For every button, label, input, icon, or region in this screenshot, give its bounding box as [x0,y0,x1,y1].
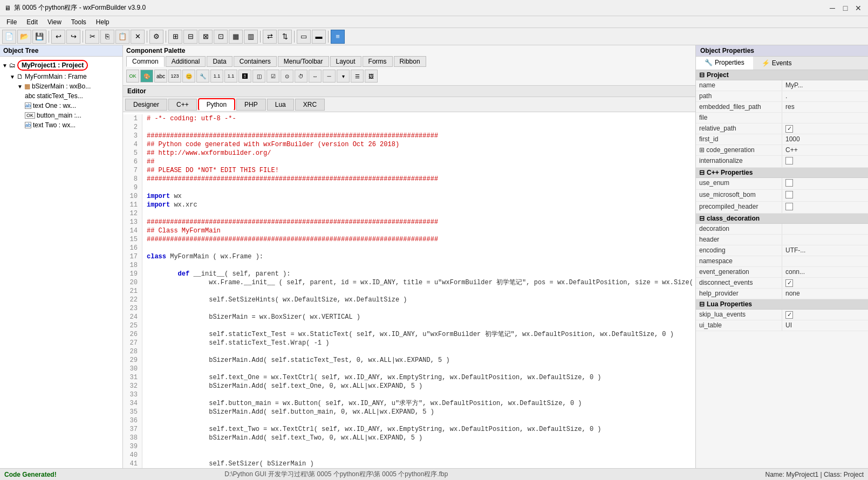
line-number: 5 [123,149,142,157]
prop-row-disconnevt[interactable]: disconnect_events [696,278,868,289]
palette-tab-layout[interactable]: Layout [330,56,361,67]
palette-icon-sep[interactable]: ─ [323,70,336,83]
code-line-10: 10import wx [123,192,695,201]
palette-icon-btn3[interactable]: 🅱 [238,70,251,83]
toolbar-save[interactable]: 💾 [32,30,46,44]
prop-row-embedded[interactable]: embedded_files_path res [696,102,868,113]
prop-row-decoration[interactable]: decoration [696,224,868,235]
tree-item-textone[interactable]: ab text One : wx... [25,101,120,111]
palette-tab-ribbon[interactable]: Ribbon [394,56,426,67]
props-tab-properties[interactable]: 🔧 Properties [696,57,753,70]
palette-tab-common[interactable]: Common [126,56,165,67]
palette-icon-dropdown[interactable]: ▾ [337,70,350,83]
toolbar-move1[interactable]: ⇄ [263,30,277,44]
palette-icon-timer[interactable]: ⏱ [295,70,307,83]
prop-row-relpath[interactable]: relative_path [696,124,868,134]
maximize-button[interactable]: □ [840,3,851,13]
palette-icon-list[interactable]: ☰ [351,70,364,83]
palette-icon-ok[interactable]: OK [126,70,139,83]
menu-help[interactable]: Help [92,17,114,27]
tree-item-statictext[interactable]: abc staticText_Tes... [25,91,120,101]
palette-tab-additional[interactable]: Additional [166,56,206,67]
toolbar-paste[interactable]: 📋 [115,30,129,44]
prop-row-skiplua[interactable]: skip_lua_events [696,310,868,320]
palette-icon-radio[interactable]: ⊙ [281,70,293,83]
prop-row-codegen[interactable]: ⊞ code_generation C++ [696,145,868,156]
palette-icon-btn1[interactable]: 😊 [182,70,195,83]
prop-row-intl[interactable]: internationalize [696,156,868,168]
palette-icon-num3[interactable]: 1.1 [224,70,237,83]
line-number: 16 [123,244,142,252]
prop-row-namespace[interactable]: namespace [696,256,868,267]
menu-edit[interactable]: Edit [22,17,42,27]
menu-file[interactable]: File [2,17,21,27]
tab-php[interactable]: PHP [236,99,266,111]
palette-icon-num[interactable]: 123 [168,70,181,83]
toolbar-expand2[interactable]: ▬ [312,30,326,44]
line-number: 10 [123,192,142,201]
minimize-button[interactable]: ─ [827,3,838,13]
prop-row-encoding[interactable]: encoding UTF-... [696,245,868,256]
prop-row-header[interactable]: header [696,235,868,245]
palette-tab-containers[interactable]: Containers [234,56,277,67]
code-line-20: 20 wx.Frame.__init__ ( self, parent, id … [123,278,695,287]
palette-icon-btn4[interactable]: ◫ [252,70,265,83]
tab-xrc[interactable]: XRC [295,99,325,111]
toolbar-align4[interactable]: ⊡ [214,30,228,44]
palette-tab-menu[interactable]: Menu/Toolbar [278,56,329,67]
toolbar-align3[interactable]: ⊠ [199,30,213,44]
tab-designer[interactable]: Designer [125,99,167,111]
toolbar-align5[interactable]: ▦ [229,30,243,44]
tab-lua[interactable]: Lua [267,99,294,111]
palette-icon-color[interactable]: 🎨 [140,70,153,83]
palette-icon-btn2[interactable]: 🔧 [196,70,209,83]
prop-row-pch[interactable]: precompiled_header [696,202,868,214]
tree-item-frame[interactable]: ▼ 🗋 MyFormMain : Frame [10,72,120,81]
prop-row-evtgen[interactable]: event_generation conn... [696,267,868,278]
prop-row-helpprov[interactable]: help_provider none [696,289,868,299]
toolbar-align6[interactable]: ▥ [244,30,258,44]
palette-tab-data[interactable]: Data [207,56,232,67]
menu-view[interactable]: View [43,17,66,27]
tree-item-project[interactable]: ▼ 🗂 MyProject1 : Project [2,59,120,72]
prop-row-msbom[interactable]: use_microsoft_bom [696,190,868,202]
toolbar-undo[interactable]: ↩ [51,30,65,44]
palette-tab-forms[interactable]: Forms [363,56,393,67]
toolbar-expand1[interactable]: ▭ [297,30,311,44]
toolbar-redo[interactable]: ↪ [66,30,80,44]
toolbar-open[interactable]: 📂 [17,30,31,44]
palette-icon-img[interactable]: 🖼 [365,70,378,83]
line-number: 14 [123,227,142,235]
toolbar-new[interactable]: 📄 [2,30,16,44]
palette-icon-num2[interactable]: 1.1 [210,70,223,83]
tree-item-texttwo[interactable]: ab text Two : wx... [25,120,120,130]
toolbar-cut[interactable]: ✂ [85,30,99,44]
prop-row-firstid[interactable]: first_id 1000 [696,134,868,145]
toolbar-align1[interactable]: ⊞ [168,30,182,44]
code-line-18: 18 [123,261,695,270]
prop-row-useenum[interactable]: use_enum [696,178,868,190]
toolbar-align2[interactable]: ⊟ [183,30,197,44]
toolbar-settings[interactable]: ⚙ [149,30,163,44]
palette-icon-check[interactable]: ☑ [266,70,279,83]
props-tab-events[interactable]: ⚡ Events [753,57,801,70]
prop-row-file[interactable]: file [696,113,868,124]
tree-item-sizer[interactable]: ▼ ▦ bSizerMain : wxBo... [17,81,120,91]
palette-icon-text[interactable]: abc [154,70,167,83]
toolbar-move2[interactable]: ⇅ [278,30,292,44]
prop-row-name[interactable]: name MyP... [696,80,868,91]
tab-cpp[interactable]: C++ [168,99,197,111]
code-editor[interactable]: 1# -*- coding: utf-8 -*-23##############… [123,112,695,468]
palette-icon-scroll1[interactable]: ↔ [309,70,322,83]
toolbar-copy[interactable]: ⎘ [100,30,114,44]
close-button[interactable]: ✕ [853,3,864,13]
code-line-39: 39 [123,442,695,451]
toolbar-code[interactable]: ≡ [331,30,345,44]
main-layout: Object Tree ▼ 🗂 MyProject1 : Project ▼ 🗋… [0,45,868,468]
tree-item-button[interactable]: OK button_main :... [25,111,120,120]
toolbar-delete[interactable]: ✕ [131,30,145,44]
menu-tools[interactable]: Tools [67,17,91,27]
prop-row-path[interactable]: path . [696,91,868,102]
tab-python[interactable]: Python [198,98,235,111]
prop-row-uitable[interactable]: ui_table UI [696,320,868,331]
